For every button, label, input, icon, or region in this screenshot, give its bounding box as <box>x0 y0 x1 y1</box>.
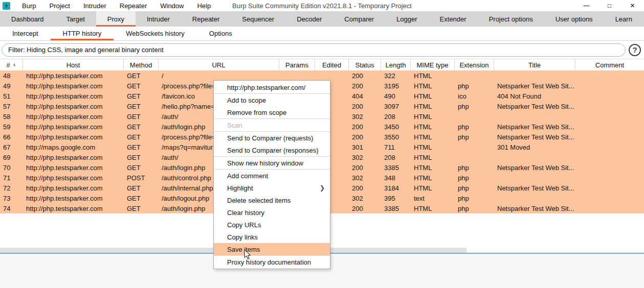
cell-mime-type: HTML <box>411 101 455 111</box>
cell-extension: php <box>455 122 494 132</box>
tab-logger[interactable]: Logger <box>385 11 428 27</box>
menubar-item-project[interactable]: Project <box>42 2 76 10</box>
cell-: 69 <box>0 152 23 162</box>
cell-length: 395 <box>381 193 411 203</box>
context-menu-item-clear-history[interactable]: Clear history <box>214 206 330 219</box>
menubar-item-repeater[interactable]: Repeater <box>113 2 153 10</box>
cell-status: 200 <box>349 183 381 193</box>
cell-title <box>494 111 575 122</box>
cell-host: http://maps.google.com <box>23 142 124 152</box>
context-menu-item-send-to-comparer-responses[interactable]: Send to Comparer (responses) <box>214 144 330 156</box>
menubar-item-window[interactable]: Window <box>153 2 190 10</box>
tab-project-options[interactable]: Project options <box>478 11 544 27</box>
table-row[interactable]: 48http://php.testsparker.comGET/200322HT… <box>0 70 644 81</box>
cell-mime-type: text <box>411 193 455 203</box>
tab-sequencer[interactable]: Sequencer <box>231 11 285 27</box>
maximize-button[interactable]: □ <box>598 0 621 11</box>
column-header-host[interactable]: Host <box>23 59 124 70</box>
cell-extension: php <box>455 173 494 183</box>
cell-status: 200 <box>349 203 381 213</box>
context-menu-item-show-new-history-window[interactable]: Show new history window <box>214 157 330 169</box>
column-header-mime-type[interactable]: MIME type <box>411 59 455 70</box>
cell-host: http://php.testsparker.com <box>23 101 124 111</box>
cell-length: 3450 <box>381 122 411 132</box>
context-menu-item-remove-from-scope[interactable]: Remove from scope <box>214 106 330 118</box>
context-menu-item-proxy-history-documentation[interactable]: Proxy history documentation <box>214 256 330 268</box>
subtab-http-history[interactable]: HTTP history <box>51 27 114 40</box>
column-header-title[interactable]: Title <box>494 59 575 70</box>
cell-length: 348 <box>381 173 411 183</box>
cell-mime-type: HTML <box>411 203 455 213</box>
context-menu-item-add-to-scope[interactable]: Add to scope <box>214 94 330 106</box>
cell-extension: php <box>455 183 494 193</box>
cell-mime-type: HTML <box>411 70 455 81</box>
context-menu-item-copy-links[interactable]: Copy links <box>214 231 330 243</box>
cell-host: http://php.testsparker.com <box>23 203 124 213</box>
context-menu-item-send-to-comparer-requests[interactable]: Send to Comparer (requests) <box>214 132 330 144</box>
cell-method: GET <box>124 183 159 193</box>
cell-title: Netsparker Test Web Sit... <box>494 101 575 111</box>
filter-bar: Filter: Hiding CSS, image and general bi… <box>0 41 644 59</box>
tab-user-options[interactable]: User options <box>544 11 604 27</box>
close-button[interactable]: ✕ <box>621 0 644 11</box>
cell-comment <box>575 183 644 193</box>
context-menu-item-save-items[interactable]: Save items <box>214 243 330 255</box>
context-menu-item-delete-selected-items[interactable]: Delete selected items <box>214 194 330 206</box>
cell-method: GET <box>124 91 159 101</box>
context-menu-item-http-php-testsparker-com[interactable]: http://php.testsparker.com/ <box>214 81 330 93</box>
cell-mime-type: HTML <box>411 162 455 173</box>
context-menu-item-add-comment[interactable]: Add comment <box>214 170 330 182</box>
cell-length: 711 <box>381 142 411 152</box>
cell-length: 3097 <box>381 101 411 111</box>
subtab-intercept[interactable]: Intercept <box>0 27 51 40</box>
cell-title: 301 Moved <box>494 142 575 152</box>
cell-mime-type: HTML <box>411 173 455 183</box>
column-header-url[interactable]: URL <box>159 59 279 70</box>
cell-length: 3385 <box>381 162 411 173</box>
context-menu-item-highlight[interactable]: Highlight❯ <box>214 182 330 194</box>
cell-title <box>494 70 575 81</box>
context-menu-item-copy-urls[interactable]: Copy URLs <box>214 219 330 231</box>
column-header-edited[interactable]: Edited <box>315 59 349 70</box>
cell-: 51 <box>0 91 23 101</box>
cell-comment <box>575 203 644 213</box>
column-header-params[interactable]: Params <box>279 59 315 70</box>
cell-mime-type: HTML <box>411 91 455 101</box>
tab-extender[interactable]: Extender <box>429 11 478 27</box>
tab-comparer[interactable]: Comparer <box>333 11 385 27</box>
cell-mime-type: HTML <box>411 111 455 122</box>
cell-method: GET <box>124 193 159 203</box>
subtab-options[interactable]: Options <box>197 27 245 40</box>
column-header-extension[interactable]: Extension <box>455 59 494 70</box>
column-header-[interactable]: #∧ <box>0 59 23 70</box>
help-button[interactable]: ? <box>629 44 641 56</box>
cell-length: 3184 <box>381 183 411 193</box>
column-header-comment[interactable]: Comment <box>575 59 644 70</box>
cell-host: http://php.testsparker.com <box>23 173 124 183</box>
cell-method: GET <box>124 142 159 152</box>
cell-status: 200 <box>349 132 381 142</box>
tab-repeater[interactable]: Repeater <box>181 11 231 27</box>
tab-learn[interactable]: Learn <box>604 11 643 27</box>
tab-dashboard[interactable]: Dashboard <box>0 11 55 27</box>
subtab-websockets-history[interactable]: WebSockets history <box>114 27 197 40</box>
minimize-button[interactable]: — <box>575 0 598 11</box>
menubar-item-burp[interactable]: Burp <box>15 2 42 10</box>
column-header-status[interactable]: Status <box>349 59 381 70</box>
filter-box[interactable]: Filter: Hiding CSS, image and general bi… <box>2 43 626 57</box>
column-header-method[interactable]: Method <box>124 59 159 70</box>
cell-comment <box>575 193 644 203</box>
column-header-length[interactable]: Length <box>381 59 411 70</box>
tab-target[interactable]: Target <box>55 11 96 27</box>
tab-proxy[interactable]: Proxy <box>96 11 136 27</box>
tab-intruder[interactable]: Intruder <box>136 11 181 27</box>
cell-host: http://php.testsparker.com <box>23 193 124 203</box>
cell-title: Netsparker Test Web Sit... <box>494 203 575 213</box>
cell-status: 200 <box>349 122 381 132</box>
cell-edited <box>315 70 349 81</box>
cell-: 72 <box>0 183 23 193</box>
menubar-item-intruder[interactable]: Intruder <box>77 2 113 10</box>
tab-decoder[interactable]: Decoder <box>285 11 333 27</box>
menubar-item-help[interactable]: Help <box>190 2 217 10</box>
cell-comment <box>575 162 644 173</box>
